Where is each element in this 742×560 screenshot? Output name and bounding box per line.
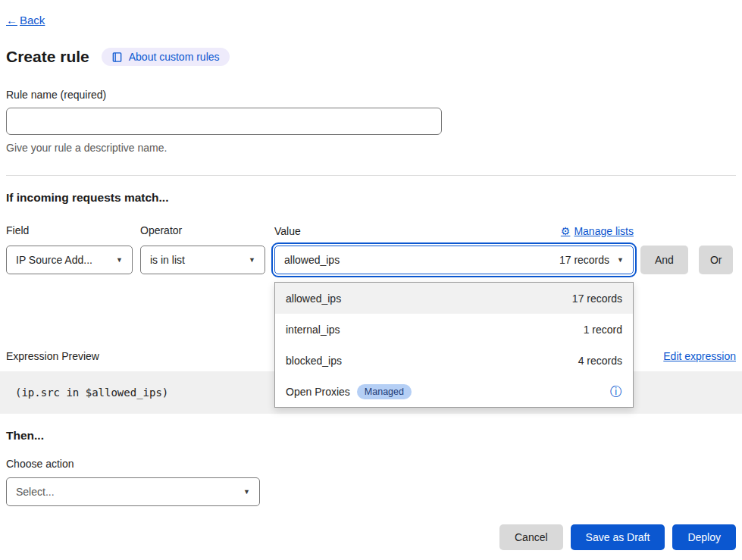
value-select-records: 17 records xyxy=(559,254,609,266)
field-select[interactable]: IP Source Add... ▼ xyxy=(6,246,133,274)
field-select-value: IP Source Add... xyxy=(16,254,92,266)
about-custom-rules-label: About custom rules xyxy=(129,51,220,63)
option-name: allowed_ips xyxy=(286,293,341,305)
page-title: Create rule xyxy=(6,48,89,66)
option-records: 17 records xyxy=(572,293,622,305)
list-option-allowed-ips[interactable]: allowed_ips 17 records xyxy=(275,283,633,314)
chevron-down-icon: ▼ xyxy=(243,488,250,496)
operator-label: Operator xyxy=(140,224,265,237)
match-section-title: If incoming requests match... xyxy=(6,191,736,205)
managed-badge: Managed xyxy=(357,384,412,399)
list-dropdown: allowed_ips 17 records internal_ips 1 re… xyxy=(274,282,634,408)
chevron-down-icon: ▼ xyxy=(617,256,624,264)
back-link[interactable]: ← Back xyxy=(6,14,45,27)
and-or-buttons: And Or xyxy=(640,224,733,274)
action-select-placeholder: Select... xyxy=(16,486,55,498)
value-column: Value ⚙ Manage lists allowed_ips 17 reco… xyxy=(274,224,634,274)
option-records: 4 records xyxy=(578,355,622,367)
back-label: Back xyxy=(20,14,45,27)
operator-select[interactable]: is in list ▼ xyxy=(140,246,265,274)
manage-lists-label: Manage lists xyxy=(574,225,634,237)
save-draft-button[interactable]: Save as Draft xyxy=(571,524,665,550)
expression-code: (ip.src in $allowed_ips) xyxy=(15,386,168,399)
rule-name-help: Give your rule a descriptive name. xyxy=(6,142,736,154)
gear-icon: ⚙ xyxy=(561,225,571,237)
option-records: 1 record xyxy=(584,324,622,336)
rule-name-input[interactable] xyxy=(6,108,442,135)
chevron-down-icon: ▼ xyxy=(116,256,123,264)
operator-column: Operator is in list ▼ xyxy=(140,224,265,274)
back-arrow-icon: ← xyxy=(6,14,17,27)
value-select-value: allowed_ips xyxy=(284,254,340,266)
cancel-button[interactable]: Cancel xyxy=(499,524,563,550)
option-name: blocked_ips xyxy=(286,355,342,367)
or-button[interactable]: Or xyxy=(699,246,734,274)
field-column: Field IP Source Add... ▼ xyxy=(6,224,133,274)
action-select[interactable]: Select... ▼ xyxy=(6,477,260,506)
value-label: Value xyxy=(274,225,301,237)
and-button[interactable]: And xyxy=(640,246,688,274)
manage-lists-link[interactable]: ⚙ Manage lists xyxy=(561,225,634,237)
value-select[interactable]: allowed_ips 17 records ▼ xyxy=(274,246,634,274)
list-option-open-proxies[interactable]: Open Proxies Managed ⓘ xyxy=(275,376,633,407)
chevron-down-icon: ▼ xyxy=(249,256,255,264)
footer-actions: Cancel Save as Draft Deploy xyxy=(6,524,736,550)
about-custom-rules-badge[interactable]: About custom rules xyxy=(102,48,230,66)
field-label: Field xyxy=(6,224,133,237)
option-name: Open Proxies xyxy=(286,386,350,398)
book-icon xyxy=(111,52,123,63)
edit-expression-link[interactable]: Edit expression xyxy=(663,350,736,362)
choose-action-label: Choose action xyxy=(6,458,736,470)
divider xyxy=(6,175,736,176)
operator-select-value: is in list xyxy=(150,254,185,266)
option-name: internal_ips xyxy=(286,324,340,336)
match-row: Field IP Source Add... ▼ Operator is in … xyxy=(6,224,736,274)
create-rule-page: ← Back Create rule About custom rules Ru… xyxy=(0,0,742,550)
rule-name-label: Rule name (required) xyxy=(6,89,736,101)
deploy-button[interactable]: Deploy xyxy=(672,524,736,550)
info-icon[interactable]: ⓘ xyxy=(610,386,622,398)
then-section-title: Then... xyxy=(6,429,736,443)
list-option-internal-ips[interactable]: internal_ips 1 record xyxy=(275,314,633,345)
title-row: Create rule About custom rules xyxy=(6,48,736,66)
expression-preview-label: Expression Preview xyxy=(6,350,99,362)
list-option-blocked-ips[interactable]: blocked_ips 4 records xyxy=(275,345,633,376)
